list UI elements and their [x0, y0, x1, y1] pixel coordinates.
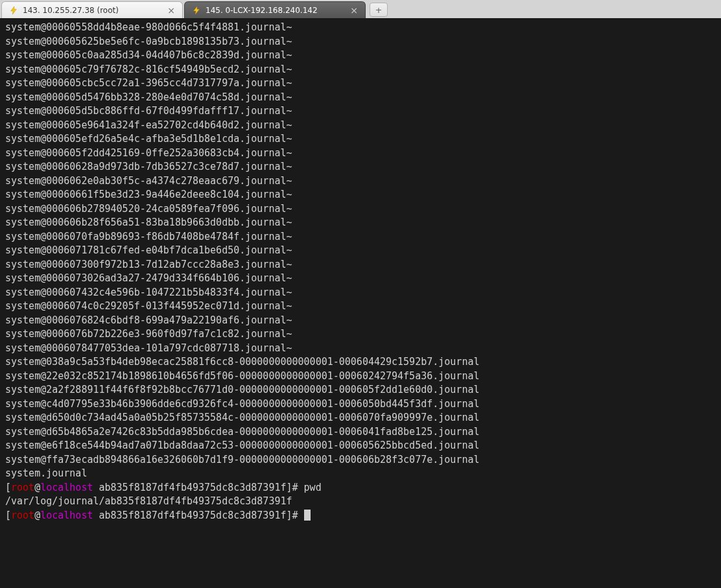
- terminal-line: system@e6f18ce544b94ad7a071bda8daa72c53-…: [5, 440, 480, 451]
- terminal-line: system@d65b4865a2e7426c83b5dda985b6cdea-…: [5, 426, 480, 438]
- terminal-line: system@22e032c852174b1898610b4656fd5f06-…: [5, 370, 480, 382]
- terminal-line: system@000605e9641a324f-ea52702cd4b640d2…: [5, 119, 292, 131]
- lightning-icon: [191, 5, 202, 16]
- terminal-line: system@000605cbc5cc72a1-3965cc4d7317797a…: [5, 77, 292, 89]
- terminal-line: system@0006062e0ab30f5c-a4374c278eaac679…: [5, 175, 292, 187]
- terminal-line: system.journal: [5, 467, 87, 479]
- terminal-line: system@000605625be5e6fc-0a9bcb1898135b73…: [5, 36, 292, 47]
- tab-label: 145. 0-LCX-192.168.240.142: [206, 6, 318, 15]
- lightning-icon: [8, 5, 19, 16]
- svg-marker-1: [194, 6, 200, 14]
- close-icon[interactable]: ×: [167, 6, 176, 15]
- terminal-line: system@0006073026ad3a27-2479d334f664b106…: [5, 272, 292, 284]
- terminal-output: /var/log/journal/ab835f8187df4fb49375dc8…: [5, 495, 292, 507]
- prompt-cwd: ab835f8187df4fb49375dc8c3d87391f: [99, 510, 287, 521]
- terminal-line: system@0006078477053dea-101a797cdc087718…: [5, 342, 292, 354]
- terminal-line: system@000606b28f656a51-83ba18b9663d0dbb…: [5, 217, 292, 228]
- terminal-line: system@038a9c5a53fb4deb98ecac25881f6cc8-…: [5, 356, 480, 368]
- terminal-line: system@00060628a9d973db-7db36527c3ce78d7…: [5, 161, 292, 172]
- terminal-line: system@2a2f288911f44f6f8f92b8bcc76771d0-…: [5, 384, 480, 395]
- terminal-line: system@00060558dd4b8eae-980d066c5f4f4881…: [5, 21, 292, 33]
- new-tab-button[interactable]: +: [370, 3, 388, 17]
- terminal-line: system@0006070fa9b89693-f86db7408be4784f…: [5, 231, 292, 242]
- tab-bar: 143. 10.255.27.38 (root) × 145. 0-LCX-19…: [0, 0, 721, 18]
- tab-label: 143. 10.255.27.38 (root): [23, 6, 119, 15]
- terminal-line: system@0006076b72b226e3-960f0d97fa7c1c82…: [5, 328, 292, 340]
- terminal-line: system@000607432c4e596b-1047221b5b4833f4…: [5, 287, 292, 298]
- terminal-line: system@0006071781c67fed-e04bf7dca1be6d50…: [5, 244, 292, 256]
- terminal-line: system@c4d07795e33b46b3906dde6cd9326fc4-…: [5, 398, 480, 410]
- terminal-line: system@ffa73ecadb894866a16e326060b7d1f9-…: [5, 454, 480, 465]
- terminal-line: system@0006074c0c29205f-013f445952ec071d…: [5, 300, 292, 312]
- prompt-host: localhost: [40, 510, 93, 521]
- svg-marker-0: [11, 6, 17, 14]
- terminal-line: system@000605c79f76782c-816cf54949b5ecd2…: [5, 64, 292, 75]
- terminal-line: system@000607300f972b13-7d12ab7ccc28a8e3…: [5, 259, 292, 270]
- terminal-line: system@d650d0c734ad45a0a05b25f85735584c-…: [5, 412, 480, 423]
- terminal[interactable]: system@00060558dd4b8eae-980d066c5f4f4881…: [0, 18, 721, 588]
- tab-2[interactable]: 145. 0-LCX-192.168.240.142 ×: [184, 1, 366, 18]
- prompt-user: root: [11, 482, 34, 493]
- prompt-cwd: ab835f8187df4fb49375dc8c3d87391f: [99, 482, 287, 493]
- cursor: [304, 510, 311, 521]
- terminal-line: system@000606b278940520-24ca0589fea7f096…: [5, 203, 292, 215]
- prompt-line: [root@localhost ab835f8187df4fb49375dc8c…: [5, 482, 322, 493]
- terminal-line: system@0006076824c6bdf8-699a479a22190af6…: [5, 314, 292, 326]
- terminal-line: system@000605c0aa285d34-04d407b6c8c2839d…: [5, 49, 292, 61]
- close-icon[interactable]: ×: [349, 6, 359, 15]
- prompt-symbol: #: [292, 510, 298, 521]
- command-text: pwd: [304, 482, 322, 493]
- terminal-line: system@000605efd26a5e4c-afba3e5d1b8e1cda…: [5, 133, 292, 145]
- prompt-symbol: #: [292, 482, 298, 493]
- terminal-line: system@000605f2dd425169-0ffe252a30683cb4…: [5, 147, 292, 159]
- terminal-line: system@000605d5476bb328-280e4e0d7074c58d…: [5, 91, 292, 103]
- tab-1[interactable]: 143. 10.255.27.38 (root) ×: [1, 1, 183, 18]
- terminal-line: system@000605d5bc886ffd-67f0d499fdafff17…: [5, 105, 292, 117]
- terminal-line: system@00060661f5be3d23-9a446e2deee8c104…: [5, 189, 292, 200]
- prompt-host: localhost: [40, 482, 93, 493]
- prompt-line: [root@localhost ab835f8187df4fb49375dc8c…: [5, 510, 311, 521]
- prompt-user: root: [11, 510, 34, 521]
